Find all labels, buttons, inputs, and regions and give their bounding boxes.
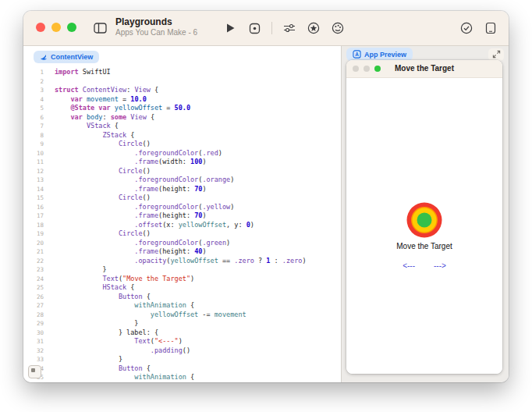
code-line[interactable]: 28 yellowOffset -= movement xyxy=(23,311,341,320)
code-line[interactable]: 2 xyxy=(23,77,341,87)
swift-icon xyxy=(40,53,48,61)
line-number: 23 xyxy=(23,265,44,275)
close-button[interactable] xyxy=(36,23,45,32)
line-number: 28 xyxy=(23,311,44,320)
code-line[interactable]: 6 var body: some View { xyxy=(23,113,341,123)
code-line[interactable]: 9 Circle() xyxy=(23,140,341,149)
playgrounds-window: Playgrounds Apps You Can Make - 6 xyxy=(23,11,509,382)
app-window-titlebar: Move the Target xyxy=(346,60,502,78)
line-number: 19 xyxy=(23,229,44,239)
line-number: 26 xyxy=(23,293,44,302)
line-number: 1 xyxy=(23,68,44,77)
editor-panel-icon xyxy=(31,368,35,372)
sliders-icon xyxy=(283,23,296,34)
code-editor[interactable]: ContentView 1import SwiftUI23struct Cont… xyxy=(23,46,341,382)
line-number: 8 xyxy=(23,131,44,140)
tasks-button[interactable] xyxy=(459,21,473,35)
live-view-icon xyxy=(249,23,261,34)
line-number: 25 xyxy=(23,283,44,293)
code-line[interactable]: 30 } label: { xyxy=(23,329,341,338)
code-line[interactable]: 23 } xyxy=(23,265,341,275)
palette-icon xyxy=(332,22,344,34)
traffic-lights xyxy=(36,23,76,32)
line-number: 33 xyxy=(23,355,44,364)
code-line[interactable]: 22 .opacity(yellowOffset == .zero ? 1 : … xyxy=(23,257,341,266)
app-close-button[interactable] xyxy=(353,66,359,72)
code-line[interactable]: 29 } xyxy=(23,319,341,329)
check-circle-icon xyxy=(460,22,473,34)
guides-button[interactable] xyxy=(307,21,321,35)
line-number: 5 xyxy=(23,104,44,113)
device-button[interactable] xyxy=(484,21,498,35)
editor-layout-button[interactable] xyxy=(28,365,41,378)
code-line[interactable]: 24 Text("Move the Target") xyxy=(23,275,341,284)
code-line[interactable]: 34 Button { xyxy=(23,364,341,374)
line-number: 32 xyxy=(23,346,44,356)
code-line[interactable]: 31 Text("<---") xyxy=(23,337,341,346)
code-line[interactable]: 21 .frame(height: 40) xyxy=(23,247,341,257)
code-line[interactable]: 13 .foregroundColor(.orange) xyxy=(23,176,341,185)
arrow-buttons: <--- ---> xyxy=(346,261,502,270)
code-line[interactable]: 12 Circle() xyxy=(23,167,341,176)
line-number: 27 xyxy=(23,301,44,311)
code-line[interactable]: 15 Circle() xyxy=(23,194,341,203)
minimize-button[interactable] xyxy=(51,23,61,32)
line-number: 2 xyxy=(23,77,44,87)
code-line[interactable]: 8 ZStack { xyxy=(23,131,341,140)
app-window-traffic-lights xyxy=(353,66,381,72)
toolbar-center xyxy=(223,11,345,45)
code-line[interactable]: 25 HStack { xyxy=(23,283,341,293)
line-number: 3 xyxy=(23,86,44,95)
line-number: 7 xyxy=(23,122,44,131)
titlebar: Playgrounds Apps You Can Make - 6 xyxy=(23,11,509,46)
window-titles: Playgrounds Apps You Can Make - 6 xyxy=(115,16,197,37)
run-button[interactable] xyxy=(223,21,237,35)
line-number: 10 xyxy=(23,149,44,158)
move-right-button[interactable]: ---> xyxy=(434,261,446,270)
zoom-button[interactable] xyxy=(67,23,76,32)
code-line[interactable]: 19 Circle() xyxy=(23,229,341,239)
code-line[interactable]: 33 } xyxy=(23,355,341,364)
code-line[interactable]: 14 .frame(height: 70) xyxy=(23,185,341,194)
live-view-button[interactable] xyxy=(247,21,261,35)
sidebar-toggle-icon xyxy=(94,23,107,34)
code-line[interactable]: 7 VStack { xyxy=(23,122,341,131)
code-line[interactable]: 1import SwiftUI xyxy=(23,68,341,77)
line-number: 11 xyxy=(23,158,44,167)
expand-preview-button[interactable] xyxy=(488,48,504,61)
code-line[interactable]: 26 Button { xyxy=(23,293,341,302)
code-line[interactable]: 4 var movement = 10.0 xyxy=(23,95,341,105)
star-circle-icon xyxy=(307,22,320,34)
code-line[interactable]: 3struct ContentView: View { xyxy=(23,86,341,95)
code-line[interactable]: 11 .frame(width: 100) xyxy=(23,158,341,167)
app-preview-tab[interactable]: A App Preview xyxy=(346,48,413,61)
code-line[interactable]: 5 @State var yellowOffset = 50.0 xyxy=(23,104,341,113)
code-lines[interactable]: 1import SwiftUI23struct ContentView: Vie… xyxy=(23,68,341,382)
move-left-button[interactable]: <--- xyxy=(403,261,415,270)
expand-icon xyxy=(492,50,501,59)
line-number: 14 xyxy=(23,185,44,194)
preview-target-label: Move the Target xyxy=(346,242,502,250)
adjust-button[interactable] xyxy=(282,21,296,35)
code-line[interactable]: 35 withAnimation { xyxy=(23,373,341,382)
preview-panel: A App Preview xyxy=(342,46,509,382)
code-line[interactable]: 20 .foregroundColor(.green) xyxy=(23,239,341,248)
line-number: 31 xyxy=(23,337,44,346)
device-icon xyxy=(485,22,496,34)
code-line[interactable]: 27 withAnimation { xyxy=(23,301,341,311)
app-preview-label: App Preview xyxy=(364,51,406,59)
code-line[interactable]: 16 .foregroundColor(.yellow) xyxy=(23,203,341,212)
app-zoom-button[interactable] xyxy=(374,66,381,72)
app-preview-icon: A xyxy=(353,50,361,59)
code-line[interactable]: 18 .offset(x: yellowOffset, y: 0) xyxy=(23,221,341,230)
breadcrumb-label: ContentView xyxy=(51,53,93,61)
appearance-button[interactable] xyxy=(331,21,345,35)
code-line[interactable]: 10 .foregroundColor(.red) xyxy=(23,149,341,158)
line-number: 16 xyxy=(23,203,44,212)
app-minimize-button[interactable] xyxy=(364,66,370,72)
code-line[interactable]: 17 .frame(height: 70) xyxy=(23,211,341,221)
sidebar-toggle-button[interactable] xyxy=(92,21,108,35)
breadcrumb-contentview[interactable]: ContentView xyxy=(34,51,99,63)
line-number: 9 xyxy=(23,140,44,149)
code-line[interactable]: 32 .padding() xyxy=(23,346,341,356)
